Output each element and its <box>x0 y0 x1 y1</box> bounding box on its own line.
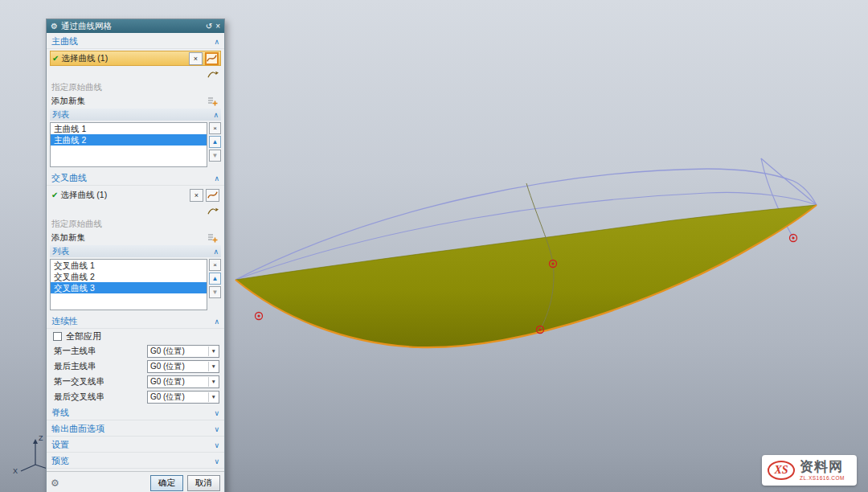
triad-x-label: X <box>13 467 18 474</box>
section-continuity[interactable]: 连续性 ∧ <box>47 314 224 329</box>
primary-list-move-up-button[interactable]: ▲ <box>209 136 221 148</box>
list-item[interactable]: 交叉曲线 1 <box>51 260 207 271</box>
section-settings[interactable]: 设置 ∨ <box>47 437 224 453</box>
cross-list-move-down-button[interactable]: ▼ <box>209 286 221 298</box>
add-new-set-icon[interactable] <box>205 232 219 244</box>
apply-all-checkbox[interactable] <box>53 332 62 341</box>
dropdown-arrow-icon: ▼ <box>208 362 216 371</box>
last-cross-dropdown[interactable]: G0 (位置) ▼ <box>147 391 219 404</box>
section-output-surface-options-label: 输出曲面选项 <box>51 423 104 435</box>
first-cross-dropdown[interactable]: G0 (位置) ▼ <box>147 375 219 388</box>
reset-icon[interactable]: ↺ <box>206 23 212 31</box>
dropdown-arrow-icon: ▼ <box>208 346 216 356</box>
cross-list-remove-button[interactable]: × <box>209 259 221 271</box>
dropdown-arrow-icon: ▼ <box>208 392 216 402</box>
curve-icon <box>207 190 218 200</box>
watermark-logo: XS <box>768 461 795 480</box>
section-settings-label: 设置 <box>51 439 69 451</box>
dropdown-value: G0 (位置) <box>150 361 207 372</box>
cross-add-new-set-row[interactable]: 添加新集 <box>47 231 224 244</box>
last-primary-dropdown[interactable]: G0 (位置) ▼ <box>147 360 219 373</box>
list-item[interactable]: 交叉曲线 2 <box>51 271 207 282</box>
cross-reverse-direction-icon[interactable] <box>205 204 219 216</box>
close-icon[interactable]: × <box>215 23 220 31</box>
ok-button[interactable]: 确定 <box>150 475 183 491</box>
add-new-set-icon[interactable] <box>205 95 219 107</box>
section-primary-curves[interactable]: 主曲线 ∧ <box>47 34 224 49</box>
section-output-surface-options[interactable]: 输出曲面选项 ∨ <box>47 421 224 437</box>
watermark-site: ZL.XS1616.COM <box>800 476 845 482</box>
cross-curve-filter-button[interactable] <box>206 189 219 202</box>
cross-specify-origin-label: 指定原始曲线 <box>51 219 219 230</box>
section-preview[interactable]: 预览 ∨ <box>47 453 224 469</box>
reverse-curve-icon <box>207 68 219 79</box>
chevron-down-icon: ∨ <box>214 441 219 449</box>
first-primary-label: 第一主线串 <box>54 346 147 357</box>
check-icon: ✔ <box>52 54 59 63</box>
first-primary-dropdown[interactable]: G0 (位置) ▼ <box>147 345 219 358</box>
cross-select-curve-label: 选择曲线 (1) <box>60 190 187 201</box>
primary-add-new-set-label: 添加新集 <box>51 96 205 107</box>
apply-all-label: 全部应用 <box>66 330 101 342</box>
dropdown-value: G0 (位置) <box>150 392 207 403</box>
primary-reverse-direction-icon[interactable] <box>205 68 219 80</box>
dialog-options-gear-icon[interactable]: ⚙ <box>51 478 59 489</box>
last-cross-label: 最后交叉线串 <box>54 392 147 403</box>
chevron-up-icon: ∧ <box>214 38 219 46</box>
section-cross-curves[interactable]: 交叉曲线 ∧ <box>47 170 224 186</box>
dropdown-value: G0 (位置) <box>150 346 207 357</box>
primary-list-label: 列表 <box>52 109 69 121</box>
primary-list-remove-button[interactable]: × <box>209 122 221 134</box>
chevron-up-icon: ∧ <box>213 248 219 256</box>
primary-specify-origin-row[interactable]: 指定原始曲线 <box>47 80 224 94</box>
point-marker[interactable] <box>256 313 263 320</box>
section-spine[interactable]: 脊线 ∨ <box>47 405 224 420</box>
point-marker[interactable] <box>790 235 797 242</box>
section-cross-label: 交叉曲线 <box>51 172 87 184</box>
chevron-up-icon: ∧ <box>213 111 219 119</box>
primary-clear-selection-button[interactable]: × <box>189 52 203 65</box>
cross-list-move-up-button[interactable]: ▲ <box>209 273 221 285</box>
section-spine-label: 脊线 <box>51 407 69 419</box>
cross-clear-selection-button[interactable]: × <box>190 189 203 202</box>
list-item-selected[interactable]: 主曲线 2 <box>51 134 207 146</box>
chevron-up-icon: ∧ <box>214 318 219 326</box>
chevron-down-icon: ∨ <box>214 425 219 433</box>
cross-curve-list[interactable]: 交叉曲线 1 交叉曲线 2 交叉曲线 3 <box>50 259 207 310</box>
primary-list-move-down-button[interactable]: ▼ <box>209 150 221 162</box>
hull-surface[interactable] <box>235 205 817 347</box>
primary-add-new-set-row[interactable]: 添加新集 <box>47 94 224 108</box>
primary-list-header[interactable]: 列表 ∧ <box>50 109 221 121</box>
chevron-up-icon: ∧ <box>214 174 219 182</box>
last-primary-label: 最后主线串 <box>54 361 147 372</box>
apply-all-row[interactable]: 全部应用 <box>47 329 224 343</box>
watermark-brand: 资料网 <box>800 460 845 474</box>
dropdown-arrow-icon: ▼ <box>208 377 216 387</box>
cross-list-label: 列表 <box>52 246 69 257</box>
section-continuity-label: 连续性 <box>51 315 78 327</box>
primary-select-curve-label: 选择曲线 (1) <box>61 53 186 64</box>
dialog-titlebar[interactable]: ⚙ 通过曲线网格 ↺ × <box>47 19 224 33</box>
cross-specify-origin-row[interactable]: 指定原始曲线 <box>47 217 224 231</box>
gear-icon[interactable]: ⚙ <box>51 23 58 31</box>
list-item-selected[interactable]: 交叉曲线 3 <box>51 282 207 293</box>
list-item[interactable]: 主曲线 1 <box>51 123 207 134</box>
cross-list-header[interactable]: 列表 ∧ <box>50 245 221 257</box>
check-icon: ✔ <box>51 191 58 199</box>
cross-select-curve-row[interactable]: ✔ 选择曲线 (1) × <box>50 187 221 203</box>
primary-curve-filter-button[interactable] <box>205 52 219 65</box>
dropdown-value: G0 (位置) <box>150 376 207 387</box>
primary-select-curve-row[interactable]: ✔ 选择曲线 (1) × <box>50 51 221 66</box>
reverse-curve-icon <box>207 205 219 215</box>
primary-curve-list[interactable]: 主曲线 1 主曲线 2 <box>50 122 207 167</box>
cancel-button[interactable]: 取消 <box>187 475 220 491</box>
triad-z-label: Z <box>39 434 43 442</box>
chevron-down-icon: ∨ <box>214 457 219 465</box>
section-preview-label: 预览 <box>51 455 69 467</box>
curve-icon <box>207 53 217 64</box>
through-curve-mesh-dialog: ⚙ 通过曲线网格 ↺ × 主曲线 ∧ ✔ 选择曲线 (1) × 指定原始曲线 添… <box>46 18 225 492</box>
watermark: XS 资料网 ZL.XS1616.COM <box>762 455 857 486</box>
primary-specify-origin-label: 指定原始曲线 <box>51 82 219 93</box>
dialog-title: 通过曲线网格 <box>61 21 203 32</box>
section-primary-label: 主曲线 <box>51 35 78 47</box>
